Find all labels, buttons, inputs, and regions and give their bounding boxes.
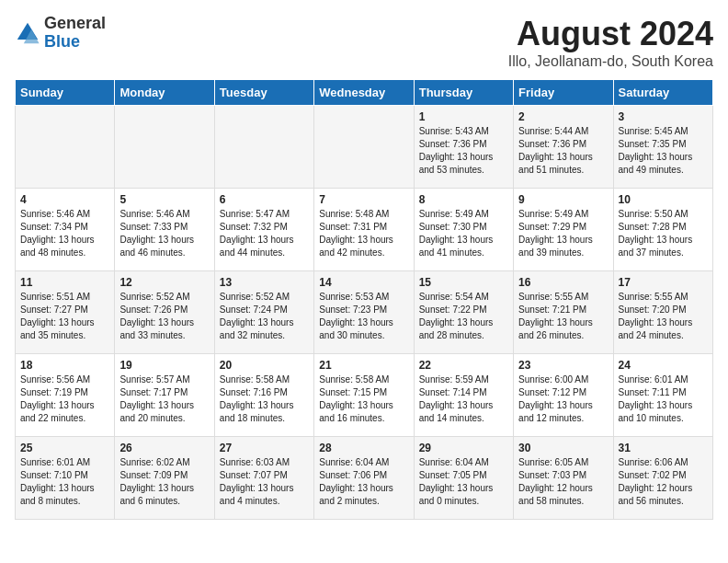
day-info: Sunrise: 5:53 AM Sunset: 7:23 PM Dayligh… bbox=[319, 291, 408, 342]
day-number: 28 bbox=[319, 442, 408, 454]
calendar-cell: 27Sunrise: 6:03 AM Sunset: 7:07 PM Dayli… bbox=[214, 437, 313, 520]
day-number: 12 bbox=[119, 276, 209, 289]
page-header: General Blue August 2024 Illo, Jeollanam… bbox=[15, 15, 713, 70]
calendar-cell: 21Sunrise: 5:58 AM Sunset: 7:15 PM Dayli… bbox=[314, 354, 414, 437]
calendar-cell: 26Sunrise: 6:02 AM Sunset: 7:09 PM Dayli… bbox=[115, 437, 214, 520]
day-number: 21 bbox=[319, 359, 408, 372]
calendar-table: Sunday Monday Tuesday Wednesday Thursday… bbox=[15, 79, 713, 520]
day-number: 3 bbox=[619, 110, 708, 123]
calendar-cell: 14Sunrise: 5:53 AM Sunset: 7:23 PM Dayli… bbox=[314, 271, 414, 354]
day-info: Sunrise: 5:48 AM Sunset: 7:31 PM Dayligh… bbox=[319, 208, 408, 259]
calendar-cell: 7Sunrise: 5:48 AM Sunset: 7:31 PM Daylig… bbox=[314, 189, 414, 271]
day-number: 22 bbox=[419, 359, 508, 372]
header-monday: Monday bbox=[115, 80, 214, 106]
calendar-cell: 10Sunrise: 5:50 AM Sunset: 7:28 PM Dayli… bbox=[613, 189, 712, 271]
day-info: Sunrise: 6:06 AM Sunset: 7:02 PM Dayligh… bbox=[619, 456, 708, 508]
day-info: Sunrise: 6:04 AM Sunset: 7:06 PM Dayligh… bbox=[319, 456, 408, 508]
day-number: 1 bbox=[419, 110, 508, 123]
calendar-cell: 30Sunrise: 6:05 AM Sunset: 7:03 PM Dayli… bbox=[514, 437, 613, 520]
calendar-cell: 6Sunrise: 5:47 AM Sunset: 7:32 PM Daylig… bbox=[214, 189, 313, 271]
day-number: 24 bbox=[619, 359, 708, 372]
day-info: Sunrise: 6:04 AM Sunset: 7:05 PM Dayligh… bbox=[419, 456, 508, 508]
day-info: Sunrise: 5:58 AM Sunset: 7:16 PM Dayligh… bbox=[220, 373, 309, 425]
day-info: Sunrise: 5:56 AM Sunset: 7:19 PM Dayligh… bbox=[20, 373, 109, 425]
day-number: 18 bbox=[20, 359, 109, 372]
day-number: 14 bbox=[319, 276, 408, 289]
day-number: 26 bbox=[119, 442, 209, 454]
day-number: 17 bbox=[619, 276, 708, 289]
day-info: Sunrise: 5:50 AM Sunset: 7:28 PM Dayligh… bbox=[619, 208, 708, 259]
calendar-cell: 17Sunrise: 5:55 AM Sunset: 7:20 PM Dayli… bbox=[613, 271, 712, 354]
calendar-cell: 18Sunrise: 5:56 AM Sunset: 7:19 PM Dayli… bbox=[16, 354, 115, 437]
day-number: 25 bbox=[20, 442, 109, 454]
day-number: 11 bbox=[20, 276, 109, 289]
logo-text: General Blue bbox=[44, 15, 106, 52]
day-info: Sunrise: 5:55 AM Sunset: 7:20 PM Dayligh… bbox=[619, 291, 708, 342]
day-number: 2 bbox=[518, 110, 608, 123]
calendar-cell: 5Sunrise: 5:46 AM Sunset: 7:33 PM Daylig… bbox=[115, 189, 214, 271]
calendar-cell: 2Sunrise: 5:44 AM Sunset: 7:36 PM Daylig… bbox=[514, 106, 613, 189]
calendar-subtitle: Illo, Jeollanam-do, South Korea bbox=[508, 53, 713, 70]
calendar-body: 1Sunrise: 5:43 AM Sunset: 7:36 PM Daylig… bbox=[16, 106, 713, 520]
calendar-cell: 3Sunrise: 5:45 AM Sunset: 7:35 PM Daylig… bbox=[613, 106, 712, 189]
calendar-cell: 15Sunrise: 5:54 AM Sunset: 7:22 PM Dayli… bbox=[414, 271, 513, 354]
day-info: Sunrise: 5:52 AM Sunset: 7:26 PM Dayligh… bbox=[119, 291, 209, 342]
day-number: 4 bbox=[20, 193, 109, 206]
title-block: August 2024 Illo, Jeollanam-do, South Ko… bbox=[508, 15, 713, 70]
day-info: Sunrise: 5:51 AM Sunset: 7:27 PM Dayligh… bbox=[20, 291, 109, 342]
calendar-cell: 9Sunrise: 5:49 AM Sunset: 7:29 PM Daylig… bbox=[514, 189, 613, 271]
day-info: Sunrise: 6:05 AM Sunset: 7:03 PM Dayligh… bbox=[518, 456, 608, 508]
day-number: 29 bbox=[419, 442, 508, 454]
day-number: 13 bbox=[220, 276, 309, 289]
calendar-cell: 1Sunrise: 5:43 AM Sunset: 7:36 PM Daylig… bbox=[414, 106, 513, 189]
calendar-cell bbox=[16, 106, 115, 189]
calendar-cell: 20Sunrise: 5:58 AM Sunset: 7:16 PM Dayli… bbox=[214, 354, 313, 437]
calendar-cell: 22Sunrise: 5:59 AM Sunset: 7:14 PM Dayli… bbox=[414, 354, 513, 437]
day-info: Sunrise: 5:54 AM Sunset: 7:22 PM Dayligh… bbox=[419, 291, 508, 342]
logo-icon bbox=[15, 20, 40, 46]
calendar-cell: 16Sunrise: 5:55 AM Sunset: 7:21 PM Dayli… bbox=[514, 271, 613, 354]
day-number: 27 bbox=[220, 442, 309, 454]
header-sunday: Sunday bbox=[16, 80, 115, 106]
day-number: 20 bbox=[220, 359, 309, 372]
day-info: Sunrise: 6:02 AM Sunset: 7:09 PM Dayligh… bbox=[119, 456, 209, 508]
day-number: 30 bbox=[518, 442, 608, 454]
header-friday: Friday bbox=[514, 80, 613, 106]
day-info: Sunrise: 5:49 AM Sunset: 7:30 PM Dayligh… bbox=[419, 208, 508, 259]
day-info: Sunrise: 5:55 AM Sunset: 7:21 PM Dayligh… bbox=[518, 291, 608, 342]
day-number: 5 bbox=[119, 193, 209, 206]
calendar-cell: 28Sunrise: 6:04 AM Sunset: 7:06 PM Dayli… bbox=[314, 437, 414, 520]
calendar-week-2: 4Sunrise: 5:46 AM Sunset: 7:34 PM Daylig… bbox=[16, 189, 713, 271]
day-info: Sunrise: 5:49 AM Sunset: 7:29 PM Dayligh… bbox=[518, 208, 608, 259]
header-tuesday: Tuesday bbox=[214, 80, 313, 106]
calendar-cell: 19Sunrise: 5:57 AM Sunset: 7:17 PM Dayli… bbox=[115, 354, 214, 437]
day-number: 23 bbox=[518, 359, 608, 372]
day-info: Sunrise: 5:44 AM Sunset: 7:36 PM Dayligh… bbox=[518, 125, 608, 177]
calendar-header: Sunday Monday Tuesday Wednesday Thursday… bbox=[16, 80, 713, 106]
header-wednesday: Wednesday bbox=[314, 80, 414, 106]
day-info: Sunrise: 5:57 AM Sunset: 7:17 PM Dayligh… bbox=[119, 373, 209, 425]
calendar-week-4: 18Sunrise: 5:56 AM Sunset: 7:19 PM Dayli… bbox=[16, 354, 713, 437]
day-info: Sunrise: 6:00 AM Sunset: 7:12 PM Dayligh… bbox=[518, 373, 608, 425]
calendar-cell: 13Sunrise: 5:52 AM Sunset: 7:24 PM Dayli… bbox=[214, 271, 313, 354]
calendar-cell: 4Sunrise: 5:46 AM Sunset: 7:34 PM Daylig… bbox=[16, 189, 115, 271]
day-info: Sunrise: 5:43 AM Sunset: 7:36 PM Dayligh… bbox=[419, 125, 508, 177]
calendar-cell: 25Sunrise: 6:01 AM Sunset: 7:10 PM Dayli… bbox=[16, 437, 115, 520]
day-info: Sunrise: 6:01 AM Sunset: 7:11 PM Dayligh… bbox=[619, 373, 708, 425]
day-number: 15 bbox=[419, 276, 508, 289]
day-info: Sunrise: 5:45 AM Sunset: 7:35 PM Dayligh… bbox=[619, 125, 708, 177]
day-number: 8 bbox=[419, 193, 508, 206]
day-info: Sunrise: 6:01 AM Sunset: 7:10 PM Dayligh… bbox=[20, 456, 109, 508]
header-saturday: Saturday bbox=[613, 80, 712, 106]
day-number: 10 bbox=[619, 193, 708, 206]
calendar-cell: 11Sunrise: 5:51 AM Sunset: 7:27 PM Dayli… bbox=[16, 271, 115, 354]
day-info: Sunrise: 5:47 AM Sunset: 7:32 PM Dayligh… bbox=[220, 208, 309, 259]
calendar-cell: 31Sunrise: 6:06 AM Sunset: 7:02 PM Dayli… bbox=[613, 437, 712, 520]
calendar-cell: 23Sunrise: 6:00 AM Sunset: 7:12 PM Dayli… bbox=[514, 354, 613, 437]
calendar-cell bbox=[214, 106, 313, 189]
day-info: Sunrise: 6:03 AM Sunset: 7:07 PM Dayligh… bbox=[220, 456, 309, 508]
day-number: 16 bbox=[518, 276, 608, 289]
day-number: 9 bbox=[518, 193, 608, 206]
day-number: 19 bbox=[119, 359, 209, 372]
day-number: 31 bbox=[619, 442, 708, 454]
